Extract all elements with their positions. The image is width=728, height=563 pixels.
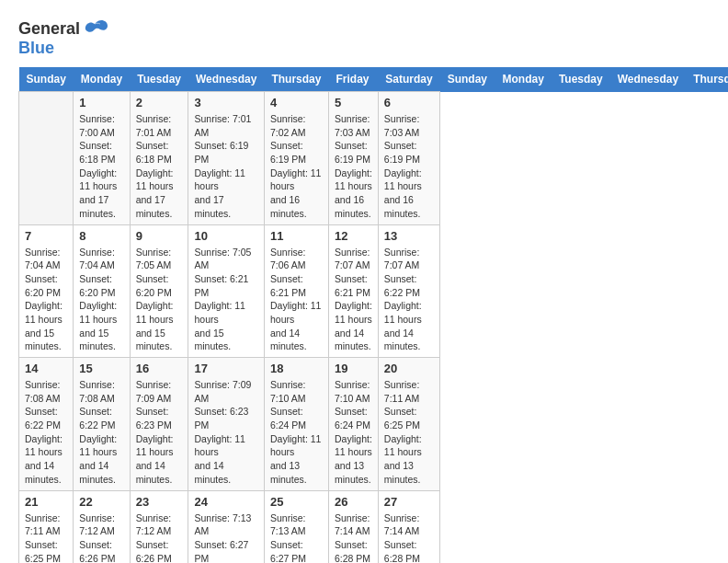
calendar-cell: 11Sunrise: 7:06 AMSunset: 6:21 PMDayligh… <box>264 224 328 358</box>
day-info: Sunrise: 7:01 AMSunset: 6:18 PMDaylight:… <box>136 112 183 221</box>
day-info-line: Sunset: 6:22 PM <box>384 273 420 298</box>
day-info-line: Daylight: 11 hours <box>79 300 117 325</box>
day-info-line: Sunset: 6:21 PM <box>335 273 370 298</box>
day-info: Sunrise: 7:08 AMSunset: 6:22 PMDaylight:… <box>79 378 123 487</box>
calendar-cell: 21Sunrise: 7:11 AMSunset: 6:25 PMDayligh… <box>19 490 74 563</box>
day-info: Sunrise: 7:04 AMSunset: 6:20 PMDaylight:… <box>79 246 123 354</box>
day-number: 5 <box>335 96 372 109</box>
day-info-line: Daylight: 11 hours <box>136 433 174 458</box>
calendar-cell: 19Sunrise: 7:10 AMSunset: 6:24 PMDayligh… <box>328 358 378 491</box>
col-header-sunday: Sunday <box>440 67 495 92</box>
day-info-line: Daylight: 11 hours <box>270 167 321 192</box>
day-info: Sunrise: 7:00 AMSunset: 6:18 PMDaylight:… <box>79 112 123 221</box>
day-info: Sunrise: 7:10 AMSunset: 6:24 PMDaylight:… <box>335 378 372 487</box>
day-info-line: Daylight: 11 hours <box>384 167 422 192</box>
day-info-line: Sunset: 6:27 PM <box>194 539 248 563</box>
day-info-line: and 14 minutes. <box>384 327 421 352</box>
calendar-cell: 3Sunrise: 7:01 AMSunset: 6:19 PMDaylight… <box>188 92 264 225</box>
day-info: Sunrise: 7:02 AMSunset: 6:19 PMDaylight:… <box>270 112 323 221</box>
day-info-line: and 16 minutes. <box>270 194 307 219</box>
day-number: 13 <box>384 229 434 243</box>
day-info: Sunrise: 7:11 AMSunset: 6:25 PMDaylight:… <box>384 378 434 487</box>
day-info-line: and 17 minutes. <box>194 194 231 219</box>
day-info-line: Sunrise: 7:11 AM <box>25 512 61 537</box>
day-number: 8 <box>79 229 123 243</box>
day-number: 1 <box>79 96 123 109</box>
calendar-cell: 26Sunrise: 7:14 AMSunset: 6:28 PMDayligh… <box>328 490 378 563</box>
day-info-line: and 15 minutes. <box>194 327 231 352</box>
calendar-cell: 25Sunrise: 7:13 AMSunset: 6:27 PMDayligh… <box>264 490 328 563</box>
day-info-line: and 17 minutes. <box>79 194 116 219</box>
logo: General Blue <box>18 18 109 58</box>
header-thursday: Thursday <box>264 67 328 92</box>
day-info-line: and 14 minutes. <box>335 327 371 352</box>
day-number: 26 <box>335 495 372 509</box>
day-info-line: Sunrise: 7:13 AM <box>194 512 251 537</box>
calendar-cell: 4Sunrise: 7:02 AMSunset: 6:19 PMDaylight… <box>264 92 328 225</box>
day-info: Sunrise: 7:08 AMSunset: 6:22 PMDaylight:… <box>25 378 67 487</box>
calendar-cell: 16Sunrise: 7:09 AMSunset: 6:23 PMDayligh… <box>130 358 188 491</box>
day-info-line: Daylight: 11 hours <box>79 433 117 458</box>
day-info-line: Sunrise: 7:10 AM <box>270 379 306 404</box>
day-info-line: Sunset: 6:19 PM <box>335 140 370 165</box>
day-number: 10 <box>194 229 257 243</box>
day-number: 24 <box>194 495 257 509</box>
day-info-line: Sunset: 6:24 PM <box>270 406 306 431</box>
day-info: Sunrise: 7:03 AMSunset: 6:19 PMDaylight:… <box>335 112 372 221</box>
day-number: 27 <box>384 495 434 509</box>
day-info: Sunrise: 7:11 AMSunset: 6:25 PMDaylight:… <box>25 511 67 564</box>
day-info: Sunrise: 7:03 AMSunset: 6:19 PMDaylight:… <box>384 112 434 221</box>
calendar-cell: 22Sunrise: 7:12 AMSunset: 6:26 PMDayligh… <box>74 490 130 563</box>
day-number: 4 <box>270 96 323 109</box>
day-number: 20 <box>384 362 434 375</box>
day-info-line: Daylight: 11 hours <box>136 167 174 192</box>
day-info-line: and 16 minutes. <box>384 194 421 219</box>
calendar-cell: 14Sunrise: 7:08 AMSunset: 6:22 PMDayligh… <box>19 358 74 491</box>
day-info: Sunrise: 7:07 AMSunset: 6:22 PMDaylight:… <box>384 246 434 354</box>
day-info-line: Daylight: 11 hours <box>335 433 372 458</box>
day-info-line: Sunset: 6:21 PM <box>194 273 248 298</box>
calendar-cell: 8Sunrise: 7:04 AMSunset: 6:20 PMDaylight… <box>74 224 130 358</box>
col-header-monday: Monday <box>495 67 552 92</box>
day-info-line: Sunrise: 7:11 AM <box>384 379 420 404</box>
day-info-line: and 14 minutes. <box>136 460 173 485</box>
day-number: 21 <box>25 495 67 509</box>
day-info-line: Daylight: 11 hours <box>25 433 63 458</box>
day-info-line: Sunset: 6:20 PM <box>136 273 172 298</box>
day-info-line: Sunrise: 7:05 AM <box>194 247 251 271</box>
calendar-week-4: 21Sunrise: 7:11 AMSunset: 6:25 PMDayligh… <box>19 490 729 563</box>
calendar-cell: 27Sunrise: 7:14 AMSunset: 6:28 PMDayligh… <box>378 490 439 563</box>
day-info-line: Sunset: 6:22 PM <box>79 406 115 431</box>
day-info-line: and 14 minutes. <box>79 460 116 485</box>
calendar-week-3: 14Sunrise: 7:08 AMSunset: 6:22 PMDayligh… <box>19 358 729 491</box>
day-info: Sunrise: 7:14 AMSunset: 6:28 PMDaylight:… <box>384 511 434 564</box>
day-number: 23 <box>136 495 183 509</box>
calendar-week-2: 7Sunrise: 7:04 AMSunset: 6:20 PMDaylight… <box>19 224 729 358</box>
day-info-line: Sunrise: 7:12 AM <box>79 512 115 537</box>
day-info-line: Sunset: 6:26 PM <box>136 539 172 563</box>
calendar-cell <box>19 92 74 225</box>
day-number: 18 <box>270 362 323 375</box>
logo-bird-icon <box>84 18 109 39</box>
day-info: Sunrise: 7:12 AMSunset: 6:26 PMDaylight:… <box>79 511 123 564</box>
logo-general-text: General <box>18 19 80 39</box>
day-number: 19 <box>335 362 372 375</box>
day-info-line: Sunset: 6:25 PM <box>384 406 420 431</box>
day-number: 6 <box>384 96 434 109</box>
calendar-cell: 2Sunrise: 7:01 AMSunset: 6:18 PMDaylight… <box>130 92 188 225</box>
day-info-line: Sunset: 6:23 PM <box>136 406 172 431</box>
calendar-cell: 12Sunrise: 7:07 AMSunset: 6:21 PMDayligh… <box>328 224 378 358</box>
day-info-line: Sunrise: 7:06 AM <box>270 247 306 271</box>
day-number: 3 <box>194 96 257 109</box>
day-info-line: Sunset: 6:23 PM <box>194 406 248 431</box>
day-info-line: Sunrise: 7:12 AM <box>136 512 172 537</box>
header-monday: Monday <box>74 67 130 92</box>
day-number: 2 <box>136 96 183 109</box>
day-info-line: Daylight: 11 hours <box>25 300 63 325</box>
day-info-line: Sunrise: 7:05 AM <box>136 247 172 271</box>
day-info-line: and 13 minutes. <box>335 460 371 485</box>
day-info-line: Sunset: 6:21 PM <box>270 273 306 298</box>
day-info-line: Daylight: 11 hours <box>270 433 321 458</box>
day-info-line: Daylight: 11 hours <box>335 300 372 325</box>
day-info-line: Sunset: 6:18 PM <box>79 140 115 165</box>
